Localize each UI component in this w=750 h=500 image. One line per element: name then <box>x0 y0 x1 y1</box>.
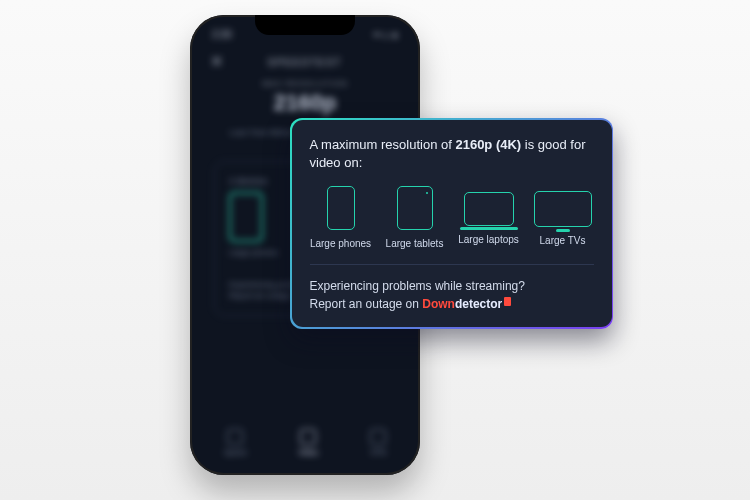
tab-video[interactable]: Video <box>298 429 318 457</box>
laptop-icon <box>464 192 514 226</box>
device-laptop: Large laptops <box>458 186 520 251</box>
resolution-value: 2160p <box>198 90 412 116</box>
device-row: Large phones Large tablets Large laptops… <box>310 186 594 251</box>
tab-speed[interactable]: Speed <box>224 429 247 457</box>
status-icons: •• ⏚ ▮ <box>373 29 398 40</box>
close-icon[interactable]: ✕ <box>210 52 223 71</box>
resolution-label: MAX RESOLUTION <box>198 79 412 88</box>
tab-bar: Speed Video VPN <box>198 429 412 457</box>
downdetector-badge-icon <box>504 297 511 306</box>
footer-question: Experiencing problems while streaming? <box>310 277 594 295</box>
metric-load-time: Load Time 580ms <box>229 128 293 137</box>
tablet-icon <box>397 186 433 230</box>
status-time: 2:20 <box>212 29 231 40</box>
phone-icon <box>327 186 355 230</box>
gauge-icon <box>227 429 243 445</box>
resolution-popover: A maximum resolution of 2160p (4K) is go… <box>290 118 613 329</box>
device-tv: Large TVs <box>532 186 594 251</box>
tv-icon <box>534 191 592 227</box>
divider <box>310 264 594 265</box>
shield-icon <box>370 429 386 445</box>
downdetector-link[interactable]: Downdetector <box>422 297 502 311</box>
app-title: SPEEDTEST <box>267 56 341 68</box>
status-bar: 2:20 •• ⏚ ▮ <box>198 23 412 46</box>
tab-vpn[interactable]: VPN <box>370 429 386 457</box>
play-icon <box>300 429 316 445</box>
resolution-bold: 2160p (4K) <box>455 137 521 152</box>
footer-report-line: Report an outage on Downdetector <box>310 295 594 313</box>
device-phone: Large phones <box>310 186 372 251</box>
phone-outline-icon <box>229 192 263 242</box>
popover-footer: Experiencing problems while streaming? R… <box>310 277 594 313</box>
popover-lead: A maximum resolution of 2160p (4K) is go… <box>310 136 594 172</box>
device-tablet: Large tablets <box>384 186 446 251</box>
